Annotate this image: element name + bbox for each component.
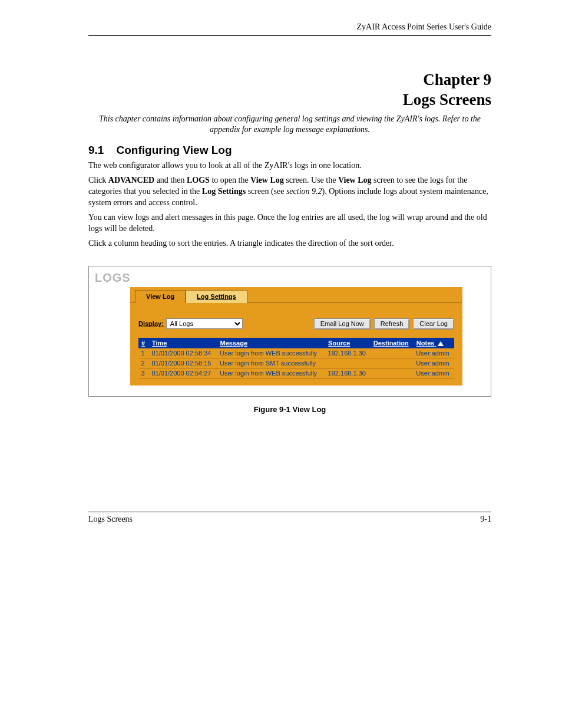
col-notes[interactable]: Notes	[414, 338, 454, 348]
table-row: 301/01/2000 02:54:27User login from WEB …	[139, 368, 454, 378]
chapter-intro: This chapter contains information about …	[88, 114, 491, 136]
email-log-now-button[interactable]: Email Log Now	[314, 318, 371, 330]
footer-left: Logs Screens	[88, 515, 133, 524]
col-time[interactable]: Time	[150, 338, 218, 348]
cell-destination	[371, 358, 414, 368]
cell-message: User login from WEB successfully	[217, 348, 326, 358]
clear-log-button[interactable]: Clear Log	[413, 318, 454, 330]
para-4: Click a column heading to sort the entri…	[88, 238, 491, 249]
col-source[interactable]: Source	[326, 338, 371, 348]
para-1: The web configurator allows you to look …	[88, 160, 491, 172]
running-header: ZyAIR Access Point Series User's Guide	[88, 22, 491, 36]
cell-message: User login from SMT successfully	[217, 358, 326, 368]
cell-time: 01/01/2000 02:58:15	[150, 358, 218, 368]
display-label: Display:	[138, 320, 164, 327]
cell-message: User login from WEB successfully	[217, 368, 326, 378]
section-title: Configuring View Log	[117, 144, 232, 156]
logs-heading: LOGS	[89, 266, 491, 287]
section-number: 9.1	[88, 144, 104, 156]
col-message[interactable]: Message	[217, 338, 326, 348]
cell-destination	[371, 348, 414, 358]
para-2: Click ADVANCED and then LOGS to open the…	[88, 175, 491, 209]
cell-source	[326, 358, 371, 368]
refresh-button[interactable]: Refresh	[374, 318, 410, 330]
section-heading: 9.1 Configuring View Log	[88, 144, 491, 157]
cell-notes: User:admin	[414, 348, 454, 358]
tab-view-log[interactable]: View Log	[135, 290, 186, 303]
cell-num: 2	[139, 358, 150, 368]
cell-time: 01/01/2000 02:54:27	[150, 368, 218, 378]
display-select[interactable]: All Logs	[166, 318, 243, 329]
cell-notes: User:admin	[414, 368, 454, 378]
footer-right: 9-1	[480, 515, 491, 524]
table-row: 101/01/2000 02:58:34User login from WEB …	[139, 348, 454, 358]
chapter-number: Chapter 9	[423, 71, 491, 88]
sort-ascending-icon	[438, 341, 444, 346]
cell-notes: User:admin	[414, 358, 454, 368]
para-3: You can view logs and alert messages in …	[88, 212, 491, 235]
cell-num: 3	[139, 368, 150, 378]
cell-num: 1	[139, 348, 150, 358]
chapter-title: Chapter 9 Logs Screens	[88, 70, 491, 110]
cell-source: 192.168.1.30	[326, 348, 371, 358]
logs-panel: View Log Log Settings Display: All Logs …	[130, 287, 462, 386]
cell-time: 01/01/2000 02:58:34	[150, 348, 218, 358]
col-destination[interactable]: Destination	[371, 338, 414, 348]
screenshot-viewlog: LOGS View Log Log Settings Display: All …	[88, 266, 491, 397]
log-table: # Time Message Source Destination Notes	[138, 338, 454, 378]
figure-caption: Figure 9-1 View Log	[88, 405, 491, 414]
tab-log-settings[interactable]: Log Settings	[186, 290, 247, 303]
cell-destination	[371, 368, 414, 378]
page-footer: Logs Screens 9-1	[88, 512, 491, 524]
table-row: 201/01/2000 02:58:15User login from SMT …	[139, 358, 454, 368]
col-notes-label: Notes	[416, 340, 435, 347]
chapter-name: Logs Screens	[403, 91, 491, 108]
col-num[interactable]: #	[139, 338, 150, 348]
cell-source: 192.168.1.30	[326, 368, 371, 378]
